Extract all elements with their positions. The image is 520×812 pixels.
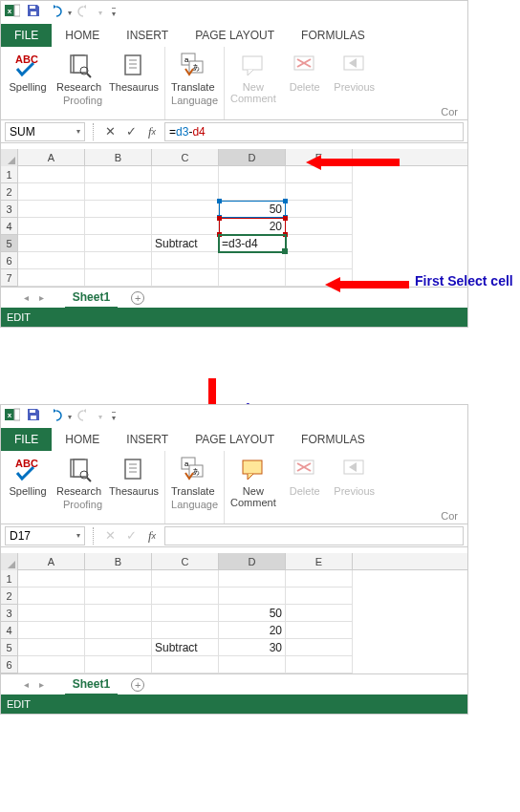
tab-file[interactable]: FILE: [1, 24, 52, 47]
cell-b4[interactable]: [85, 622, 152, 639]
cell-c6[interactable]: [152, 252, 219, 269]
cell-e6[interactable]: [286, 656, 353, 673]
cell-b7[interactable]: [85, 269, 152, 287]
undo-icon[interactable]: [47, 407, 62, 426]
col-header-b[interactable]: B: [85, 553, 152, 569]
col-header-a[interactable]: A: [18, 553, 85, 569]
select-all-corner[interactable]: [1, 553, 18, 570]
col-header-a[interactable]: A: [18, 149, 85, 165]
cell-e3[interactable]: [286, 201, 353, 218]
tab-insert[interactable]: INSERT: [113, 428, 182, 451]
cell-e3[interactable]: [286, 605, 353, 622]
cell-e2[interactable]: [286, 183, 353, 201]
cell-e5[interactable]: [286, 639, 353, 656]
cell-b4[interactable]: [85, 218, 152, 235]
save-icon[interactable]: [26, 3, 41, 22]
row-header-6[interactable]: 6: [1, 656, 18, 673]
undo-dropdown-icon[interactable]: ▾: [68, 9, 72, 17]
row-header-6[interactable]: 6: [1, 252, 18, 269]
cell-b2[interactable]: [85, 588, 152, 605]
cell-a3[interactable]: [18, 605, 85, 622]
cell-e4[interactable]: [286, 622, 353, 639]
cell-c1[interactable]: [152, 166, 219, 183]
cell-b3[interactable]: [85, 605, 152, 622]
sheet-nav-arrows[interactable]: ◂ ▸: [20, 679, 52, 690]
sheet-tab-sheet1[interactable]: Sheet1: [65, 288, 118, 309]
name-box-dropdown-icon[interactable]: ▾: [76, 127, 80, 136]
cell-e6[interactable]: [286, 252, 353, 269]
cell-b5[interactable]: [85, 639, 152, 656]
cell-b6[interactable]: [85, 252, 152, 269]
col-header-d[interactable]: D: [219, 149, 286, 165]
name-box[interactable]: SUM ▾: [5, 122, 85, 141]
cell-a3[interactable]: [18, 201, 85, 218]
cell-d6[interactable]: [219, 252, 286, 269]
cell-d6[interactable]: [219, 656, 286, 673]
cell-b2[interactable]: [85, 183, 152, 201]
qat-customize-icon[interactable]: ▾: [112, 8, 116, 18]
qat-customize-icon[interactable]: ▾: [112, 412, 116, 422]
research-button[interactable]: Research: [56, 455, 101, 497]
tab-formulas[interactable]: FORMULAS: [288, 24, 379, 47]
cell-a4[interactable]: [18, 218, 85, 235]
sheet-tab-sheet1[interactable]: Sheet1: [65, 674, 118, 695]
spelling-button[interactable]: ABC Spelling: [7, 51, 49, 93]
cell-a4[interactable]: [18, 622, 85, 639]
col-header-e[interactable]: E: [286, 553, 353, 569]
cell-a2[interactable]: [18, 183, 85, 201]
tab-home[interactable]: HOME: [52, 24, 113, 47]
cell-a1[interactable]: [18, 570, 85, 588]
tab-home[interactable]: HOME: [52, 428, 113, 451]
add-sheet-icon[interactable]: +: [131, 678, 144, 692]
fx-icon[interactable]: fx: [143, 123, 161, 140]
name-box[interactable]: D17 ▾: [5, 526, 85, 545]
enter-formula-icon[interactable]: ✓: [122, 123, 140, 140]
cell-b6[interactable]: [85, 656, 152, 673]
cell-b5[interactable]: [85, 235, 152, 252]
col-header-d[interactable]: D: [219, 553, 286, 569]
cell-d2[interactable]: [219, 183, 286, 201]
row-header-4[interactable]: 4: [1, 622, 18, 639]
cell-b1[interactable]: [85, 166, 152, 183]
cell-e1[interactable]: [286, 570, 353, 588]
row-header-1[interactable]: 1: [1, 166, 18, 183]
redo-icon[interactable]: [77, 407, 93, 426]
formula-bar-input[interactable]: =d3-d4: [164, 122, 464, 141]
cell-e4[interactable]: [286, 218, 353, 235]
fx-icon[interactable]: fx: [143, 527, 161, 545]
cell-d4[interactable]: 20: [219, 622, 286, 639]
cell-c3[interactable]: [152, 605, 219, 622]
undo-icon[interactable]: [47, 3, 62, 22]
cell-d5[interactable]: 30: [219, 639, 286, 656]
translate-button[interactable]: aあTranslate: [171, 455, 214, 497]
redo-dropdown-icon[interactable]: ▾: [98, 9, 102, 17]
select-all-corner[interactable]: [1, 149, 18, 166]
cancel-formula-icon[interactable]: ✕: [101, 123, 119, 140]
redo-dropdown-icon[interactable]: ▾: [98, 413, 102, 421]
research-button[interactable]: Research: [56, 51, 101, 93]
undo-dropdown-icon[interactable]: ▾: [68, 413, 72, 421]
cell-a6[interactable]: [18, 252, 85, 269]
cell-c2[interactable]: [152, 183, 219, 201]
new-comment-button[interactable]: New Comment: [230, 455, 276, 508]
add-sheet-icon[interactable]: +: [131, 291, 144, 305]
row-header-2[interactable]: 2: [1, 183, 18, 201]
cell-a7[interactable]: [18, 269, 85, 287]
row-header-2[interactable]: 2: [1, 588, 18, 605]
row-header-3[interactable]: 3: [1, 201, 18, 218]
save-icon[interactable]: [26, 407, 41, 426]
cell-a2[interactable]: [18, 588, 85, 605]
cell-d4[interactable]: 20: [219, 218, 286, 235]
cell-d3[interactable]: 50: [219, 201, 286, 218]
cell-c2[interactable]: [152, 588, 219, 605]
cell-a6[interactable]: [18, 656, 85, 673]
translate-button[interactable]: aあ Translate: [171, 51, 214, 93]
cell-d2[interactable]: [219, 588, 286, 605]
cell-a1[interactable]: [18, 166, 85, 183]
cell-c3[interactable]: [152, 201, 219, 218]
spreadsheet-grid[interactable]: A B C D E 1 2 350 420 5Subtract30 6: [1, 553, 467, 673]
cell-d3[interactable]: 50: [219, 605, 286, 622]
name-box-dropdown-icon[interactable]: ▾: [76, 531, 80, 540]
tab-formulas[interactable]: FORMULAS: [288, 428, 379, 451]
row-header-4[interactable]: 4: [1, 218, 18, 235]
